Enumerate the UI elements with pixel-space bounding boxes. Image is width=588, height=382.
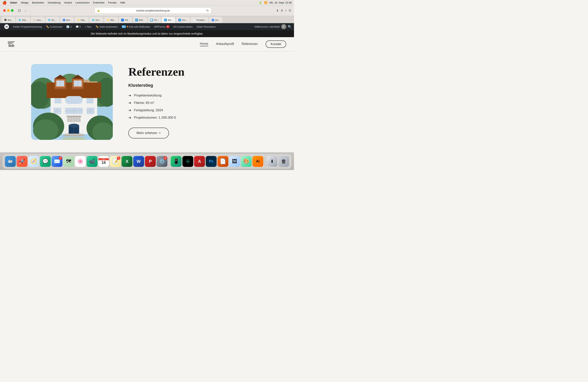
tab-beb[interactable]: Be BeB... [133,17,147,23]
maximize-button[interactable] [11,9,14,12]
dock-powerpoint[interactable]: P [145,156,156,167]
wp-sgcache[interactable]: SG-Cache leeren [171,23,195,30]
menu-hilfe[interactable]: Hilfe [120,1,125,4]
dock-facetime[interactable]: 📹 [86,156,97,167]
share-button[interactable]: ⬆ [281,9,283,12]
menu-ablage[interactable]: Ablage [21,1,28,4]
dock-messages[interactable]: 💬 [40,156,51,167]
minimize-button[interactable] [7,9,10,12]
wpforms-badge: 4 [166,25,169,28]
logo-line-1 [8,42,15,42]
dock-word[interactable]: W [133,156,144,167]
wp-edit-page[interactable]: ✏️ Seite bearbeiten [94,23,120,30]
nav-home[interactable]: Home [200,42,208,46]
dock-illustrator[interactable]: Ai [252,156,263,167]
menu-bearbeiten[interactable]: Bearbeiten [32,1,44,4]
wp-customizer[interactable]: ✏️ Customizer [44,23,64,30]
tab-bet[interactable]: Be Bet... [162,17,175,23]
svg-point-54 [9,161,10,161]
svg-rect-23 [86,98,93,104]
dock-photoshop[interactable]: Ps [206,156,217,167]
menu-fenster[interactable]: Fenster [108,1,117,4]
dock-whatsapp[interactable]: 📱 [171,156,182,167]
dock-excel[interactable]: X [122,156,132,167]
wp-new[interactable]: + Neu [83,23,94,30]
tab-overview-button[interactable]: ⧉ [289,9,291,12]
tab-sch[interactable]: 🌐 Sch... [89,17,104,23]
svg-point-53 [10,160,12,163]
forward-button[interactable]: › [28,8,32,14]
download-button[interactable]: ⬇ [276,9,279,12]
tab-por2[interactable]: G por... [209,17,222,23]
dock-safari[interactable]: 🧭 [28,156,39,167]
dock-calendar[interactable]: SEP 16 [98,156,109,167]
tab-star2[interactable]: ⭐ Star... [74,17,89,23]
property-details: Referenzen Klosterstieg ➜ Projektentwick… [128,65,263,138]
property-image [31,64,113,140]
tab-star3[interactable]: ⭐ Star... [104,17,118,23]
dock-preview[interactable]: 🖼 [229,156,240,167]
menu-lesezeichen[interactable]: Lesezeichen [75,1,90,4]
tab-bj[interactable]: 🌐 BJ_... [45,17,60,23]
wp-search-icon[interactable]: 🔍 [288,25,292,29]
tab-ass[interactable]: Be Ass... [176,17,190,23]
tab-pal[interactable]: f Pal... [119,17,132,23]
dock-downloads[interactable]: ⬇ [267,156,277,167]
dock-mail[interactable]: ✉️ 7 [52,156,63,167]
dock-trash[interactable]: 🗑 [278,156,289,167]
wp-slider[interactable]: Slider Revolution [195,23,218,30]
logo-pillar-5 [13,45,14,47]
site-logo[interactable] [8,42,15,47]
address-bar[interactable]: 🔒 koehler-projektentwicklung.de ↻ [95,7,211,14]
new-tab-button[interactable]: + [285,9,287,12]
back-button[interactable]: ‹ [23,8,27,14]
browser-toolbar: ⊡ ‹ › 🔒 koehler-projektentwicklung.de ↻ … [0,5,294,16]
menu-app-name[interactable]: Safari [10,1,17,4]
dock-pages[interactable]: 📄 [217,156,228,167]
arrow-icon-2: ➜ [128,108,131,112]
wp-comments[interactable]: 💬 0 [74,23,83,30]
wp-updates[interactable]: 🔄 4 [64,23,74,30]
site-main: Referenzen Klosterstieg ➜ Projektentwick… [0,51,294,152]
menu-battery-icon: 🔋 [259,1,262,4]
wp-wpforms[interactable]: WPForms 4 [152,23,171,30]
close-button[interactable] [3,9,6,12]
dock-launchpad[interactable]: 🚀 [17,156,27,167]
nav-kontakt-button[interactable]: Kontakt [266,41,286,48]
dock-photos[interactable]: 🌸 [75,156,86,167]
tab-brie[interactable]: G brie... [60,17,74,23]
dock-settings[interactable]: ⚙️ 1 [157,156,168,167]
dock-acrobat[interactable]: A [194,156,205,167]
apple-menu[interactable]: 🍎 [2,0,7,5]
tab-projekte[interactable]: 📄 Projekte... [190,17,209,23]
menu-verlauf[interactable]: Verlauf [64,1,72,4]
reload-button[interactable]: ↻ [206,9,209,12]
menu-entwickler[interactable]: Entwickler [93,1,105,4]
tab-star1[interactable]: 🌐 Star... [16,17,30,23]
wp-logo-item[interactable]: W [2,23,11,30]
dock-chatgpt[interactable] [182,156,193,167]
nav-referenzen[interactable]: Referenzen [242,42,258,46]
menu-time: Mo. 16. Sept. 22:38 [270,1,292,4]
property-image-svg [31,64,113,140]
nav-ankaufsprofil[interactable]: Ankaufsprofil [216,42,234,46]
menu-darstellung[interactable]: Darstellung [48,1,61,4]
dock-maps[interactable]: 🗺 [63,156,74,167]
tab-por[interactable]: 🅿 Por... [147,17,161,23]
sidebar-toggle-button[interactable]: ⊡ [17,8,21,13]
wp-site-name[interactable]: Köhler Projektentwicklung [11,23,44,30]
site-header: Home Ankaufsprofil Referenzen Kontakt [0,37,294,51]
mehr-erfahren-button[interactable]: Mehr erfahren > [128,127,169,138]
svg-rect-45 [63,135,84,136]
dock-colorui[interactable]: 🎨 [241,156,252,167]
wp-avatar[interactable]: K [281,24,286,29]
wp-bebuilder[interactable]: Be Edit with BeBuilder [120,23,152,30]
tab-ges[interactable]: 📋 Ges... [31,17,45,23]
site-nav: Home Ankaufsprofil Referenzen Kontakt [200,41,286,48]
arrow-icon-3: ➜ [128,116,131,120]
svg-point-43 [69,124,79,127]
logo-pillar-3 [11,45,12,47]
tab-bra[interactable]: 🅱 Bra... [1,17,15,23]
dock-finder[interactable] [5,156,16,167]
dock-notes[interactable]: 📝 5 [110,156,121,167]
